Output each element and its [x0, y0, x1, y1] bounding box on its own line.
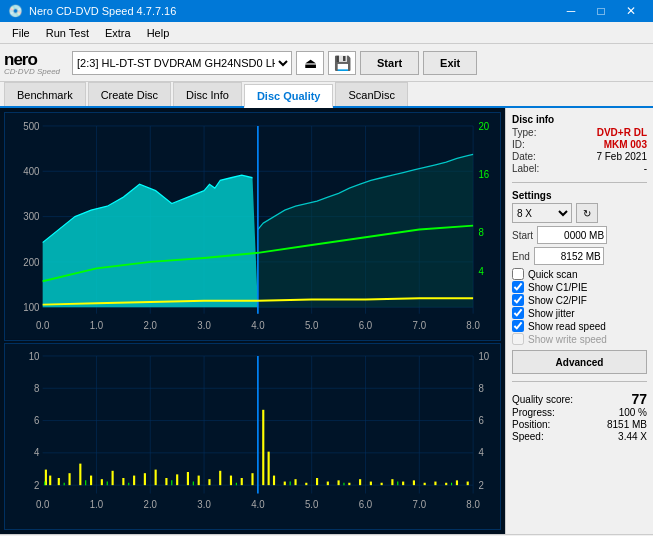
svg-text:2.0: 2.0: [144, 318, 157, 331]
type-label: Type:: [512, 127, 536, 138]
id-label: ID:: [512, 139, 525, 150]
id-value: MKM 003: [604, 139, 647, 150]
jitter-checkbox[interactable]: [512, 307, 524, 319]
write-speed-label: Show write speed: [528, 334, 607, 345]
end-label: End: [512, 251, 530, 262]
svg-text:6: 6: [478, 414, 484, 426]
disc-info-section: Disc info Type: DVD+R DL ID: MKM 003 Dat…: [512, 114, 647, 175]
c2pif-label: Show C2/PIF: [528, 295, 587, 306]
progress-value: 100 %: [619, 407, 647, 418]
end-input[interactable]: [534, 247, 604, 265]
read-speed-row: Show read speed: [512, 320, 647, 332]
divider-2: [512, 381, 647, 382]
divider-1: [512, 182, 647, 183]
date-label: Date:: [512, 151, 536, 162]
menubar: File Run Test Extra Help: [0, 22, 653, 44]
svg-text:500: 500: [23, 119, 39, 132]
svg-text:400: 400: [23, 164, 39, 177]
disc-info-title: Disc info: [512, 114, 647, 125]
logo-sub: CD·DVD Speed: [4, 67, 60, 76]
svg-text:6: 6: [34, 414, 40, 426]
start-input[interactable]: [537, 226, 607, 244]
svg-text:1.0: 1.0: [90, 498, 104, 510]
position-label: Position:: [512, 419, 550, 430]
write-speed-checkbox[interactable]: [512, 333, 524, 345]
date-row: Date: 7 Feb 2021: [512, 151, 647, 162]
menu-file[interactable]: File: [4, 25, 38, 41]
disc-label-label: Label:: [512, 163, 539, 174]
svg-text:300: 300: [23, 210, 39, 223]
c1pie-label: Show C1/PIE: [528, 282, 587, 293]
speed-selector[interactable]: 8 X: [512, 203, 572, 223]
c1pie-checkbox[interactable]: [512, 281, 524, 293]
menu-help[interactable]: Help: [139, 25, 178, 41]
quick-scan-checkbox[interactable]: [512, 268, 524, 280]
refresh-button[interactable]: ↻: [576, 203, 598, 223]
quality-section: Quality score: 77 Progress: 100 % Positi…: [512, 389, 647, 443]
save-button[interactable]: 💾: [328, 51, 356, 75]
svg-text:5.0: 5.0: [305, 498, 319, 510]
main-content: 500 400 300 200 100 20 16 8 4 0.0 1.0 2.…: [0, 108, 653, 534]
settings-section: Settings 8 X ↻ Start End Quick scan: [512, 190, 647, 346]
svg-text:7.0: 7.0: [413, 498, 427, 510]
speed-row: Speed: 3.44 X: [512, 431, 647, 442]
speed-row: 8 X ↻: [512, 203, 647, 223]
tab-disc-info[interactable]: Disc Info: [173, 82, 242, 106]
progress-row: Progress: 100 %: [512, 407, 647, 418]
toolbar: nero CD·DVD Speed [2:3] HL-DT-ST DVDRAM …: [0, 44, 653, 82]
svg-text:7.0: 7.0: [413, 318, 426, 331]
date-value: 7 Feb 2021: [596, 151, 647, 162]
settings-title: Settings: [512, 190, 647, 201]
svg-text:1.0: 1.0: [90, 318, 103, 331]
c2pif-checkbox[interactable]: [512, 294, 524, 306]
svg-text:8: 8: [478, 382, 484, 394]
svg-text:3.0: 3.0: [197, 318, 210, 331]
svg-text:16: 16: [478, 167, 489, 180]
position-value: 8151 MB: [607, 419, 647, 430]
disc-label-value: -: [644, 163, 647, 174]
titlebar: 💿 Nero CD-DVD Speed 4.7.7.16 ─ □ ✕: [0, 0, 653, 22]
eject-button[interactable]: ⏏: [296, 51, 324, 75]
svg-text:8: 8: [478, 225, 483, 238]
menu-extra[interactable]: Extra: [97, 25, 139, 41]
quality-score-row: Quality score: 77: [512, 391, 647, 407]
quick-scan-row: Quick scan: [512, 268, 647, 280]
speed-value: 3.44 X: [618, 431, 647, 442]
drive-selector[interactable]: [2:3] HL-DT-ST DVDRAM GH24NSD0 LH00: [72, 51, 292, 75]
svg-text:3.0: 3.0: [197, 498, 211, 510]
start-row: Start: [512, 226, 647, 244]
svg-text:5.0: 5.0: [305, 318, 318, 331]
svg-text:2.0: 2.0: [144, 498, 158, 510]
svg-text:4: 4: [478, 264, 483, 277]
tab-benchmark[interactable]: Benchmark: [4, 82, 86, 106]
position-row: Position: 8151 MB: [512, 419, 647, 430]
chart-area: 500 400 300 200 100 20 16 8 4 0.0 1.0 2.…: [0, 108, 505, 534]
quick-scan-label: Quick scan: [528, 269, 577, 280]
app-title: Nero CD-DVD Speed 4.7.7.16: [29, 5, 176, 17]
write-speed-row: Show write speed: [512, 333, 647, 345]
svg-text:2: 2: [34, 479, 40, 491]
pie-chart-container: 500 400 300 200 100 20 16 8 4 0.0 1.0 2.…: [4, 112, 501, 341]
window-controls: ─ □ ✕: [557, 0, 645, 22]
disc-label-row: Label: -: [512, 163, 647, 174]
close-button[interactable]: ✕: [617, 0, 645, 22]
pif-chart-container: 10 8 6 4 2 10 8 6 4 2 0.0 1.0 2.0 3.0 4.…: [4, 343, 501, 530]
tab-create-disc[interactable]: Create Disc: [88, 82, 171, 106]
minimize-button[interactable]: ─: [557, 0, 585, 22]
end-row: End: [512, 247, 647, 265]
exit-button[interactable]: Exit: [423, 51, 477, 75]
tab-bar: Benchmark Create Disc Disc Info Disc Qua…: [0, 82, 653, 108]
maximize-button[interactable]: □: [587, 0, 615, 22]
start-button[interactable]: Start: [360, 51, 419, 75]
id-row: ID: MKM 003: [512, 139, 647, 150]
advanced-button[interactable]: Advanced: [512, 350, 647, 374]
speed-label: Speed:: [512, 431, 544, 442]
read-speed-checkbox[interactable]: [512, 320, 524, 332]
svg-text:4: 4: [478, 447, 484, 459]
quality-score-label: Quality score:: [512, 394, 573, 405]
menu-runtest[interactable]: Run Test: [38, 25, 97, 41]
tab-scan-disc[interactable]: ScanDisc: [335, 82, 407, 106]
tab-disc-quality[interactable]: Disc Quality: [244, 84, 334, 108]
pif-chart-svg: 10 8 6 4 2 10 8 6 4 2 0.0 1.0 2.0 3.0 4.…: [5, 344, 500, 529]
svg-text:6.0: 6.0: [359, 318, 372, 331]
